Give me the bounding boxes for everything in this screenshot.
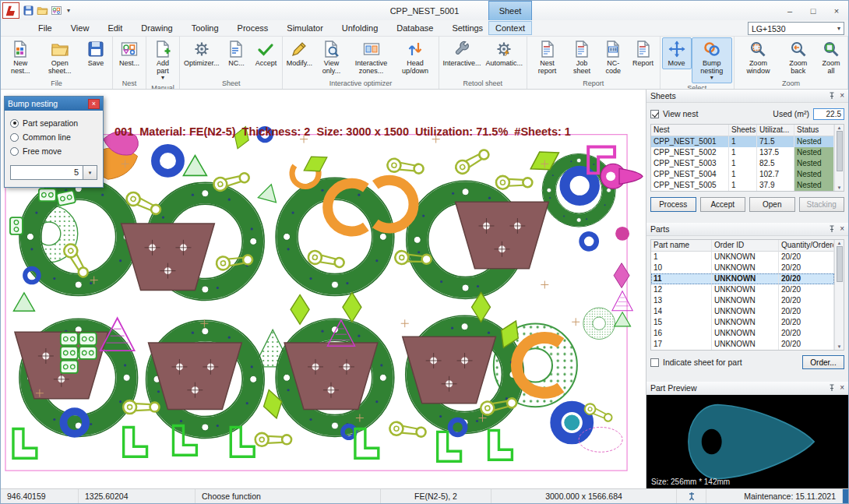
menu-item-process[interactable]: Process [228, 22, 278, 34]
part-preview-canvas[interactable]: Size: 256mm * 142mm [646, 395, 848, 488]
maximize-button[interactable]: □ [801, 1, 825, 20]
parts-scrollbar[interactable]: ▲ ▼ [834, 240, 844, 350]
ribbon-group-file: New nest... Open sheet... Save File [1, 37, 113, 89]
open-sheet-button[interactable]: Open sheet... [38, 37, 81, 77]
quick-open-icon[interactable] [37, 5, 48, 16]
modify-button[interactable]: Modify... [284, 37, 314, 69]
quick-save-icon[interactable] [23, 5, 34, 16]
quick-nest-icon[interactable] [51, 5, 62, 16]
zoom-all-button[interactable]: Zoom all [816, 37, 846, 77]
sheets-table-row[interactable]: CPP_NEST_5003 1 82.5 Nested [651, 158, 834, 169]
save-button[interactable]: Save [81, 37, 111, 69]
head-updown-button[interactable]: Head up/down [394, 37, 437, 77]
parts-table-row[interactable]: 17UNKNOWN20/20 [651, 339, 834, 350]
bump-step-input[interactable]: 5 [10, 165, 83, 180]
parts-table-row[interactable]: 16UNKNOWN20/20 [651, 328, 834, 339]
machine-status-icon [677, 489, 706, 503]
open-button[interactable]: Open [749, 197, 795, 212]
radio-free-move[interactable]: Free move [10, 144, 97, 158]
parts-panel-title: Parts [650, 224, 670, 234]
scroll-up-icon[interactable]: ▲ [837, 240, 842, 246]
parts-table-row[interactable]: 13UNKNOWN20/20 [651, 295, 834, 306]
add-part-button[interactable]: Add part▾ [148, 37, 178, 83]
pin-icon[interactable] [828, 92, 836, 100]
order-button[interactable]: Order... [802, 355, 844, 369]
view-only-button[interactable]: View only... [314, 37, 348, 77]
sheets-close-icon[interactable]: × [840, 92, 844, 100]
sheets-table: Nest Sheets Utilizat... Status CPP_NEST_… [650, 124, 844, 192]
indicate-sheet-checkbox[interactable] [650, 358, 659, 367]
menu-item-unfolding[interactable]: Unfolding [333, 22, 387, 34]
machine-selector[interactable]: LG+1530 ▾ [748, 22, 844, 35]
nest-button[interactable]: Nest... [114, 37, 144, 69]
nc-code-button[interactable]: NC-code [598, 37, 629, 77]
used-value-field[interactable]: 22.5 [813, 108, 844, 120]
menu-item-settings[interactable]: Settings [442, 22, 492, 34]
parts-table-row-selected[interactable]: 11UNKNOWN20/20 [651, 273, 834, 284]
preview-close-icon[interactable]: × [840, 384, 844, 392]
sheet-context-tab[interactable]: Sheet [488, 1, 532, 20]
cursor-y: 1325.60204 [79, 489, 196, 503]
menu-item-edit[interactable]: Edit [98, 22, 132, 34]
job-sheet-button[interactable]: Job sheet [565, 37, 598, 77]
zoom-back-button[interactable]: Zoom back [780, 37, 816, 77]
zoom-window-button[interactable]: Zoom window [736, 37, 780, 77]
bump-step-spinner[interactable]: ▾ [83, 165, 97, 180]
radio-dot-icon [10, 147, 19, 156]
quick-access-toolbar: ▾ [23, 5, 72, 16]
optimizer-button[interactable]: Optimizer... [181, 37, 222, 69]
sheets-table-row[interactable]: CPP_NEST_5004 1 102.7 Nested [651, 169, 834, 180]
menu-item-database[interactable]: Database [387, 22, 442, 34]
accept-button[interactable]: Accept [700, 197, 746, 212]
pin-icon[interactable] [828, 225, 836, 233]
accept-button-ribbon[interactable]: Accept [251, 37, 280, 69]
parts-close-icon[interactable]: × [840, 225, 844, 233]
radio-part-separation[interactable]: Part separation [10, 116, 97, 130]
quick-access-caret-icon[interactable]: ▾ [65, 7, 72, 14]
view-nest-checkbox[interactable] [650, 110, 659, 118]
sheets-scrollbar[interactable]: ▲ ▼ [834, 125, 844, 191]
retool-interactive-button[interactable]: Interactive... [441, 37, 484, 69]
scrollbar-thumb[interactable] [837, 246, 843, 282]
parts-table-row[interactable]: 12UNKNOWN20/20 [651, 284, 834, 295]
menu-item-context[interactable]: Context [488, 21, 532, 35]
retool-automatic-button[interactable]: Automatic... [484, 37, 526, 69]
parts-table-row[interactable]: 10UNKNOWN20/20 [651, 263, 834, 273]
move-button[interactable]: Move [662, 37, 692, 69]
new-nest-button[interactable]: New nest... [2, 37, 38, 77]
menu-item-drawing[interactable]: Drawing [132, 22, 181, 34]
sheets-table-row[interactable]: CPP_NEST_5005 1 37.9 Nested [651, 180, 834, 191]
bump-nesting-button[interactable]: Bump nesting▾ [692, 37, 733, 83]
auto-gear-icon [495, 40, 513, 58]
interactive-zones-button[interactable]: Interactive zones... [349, 37, 394, 77]
scroll-up-icon[interactable]: ▲ [837, 125, 842, 131]
maintenance-info: Maintenance: 15.11.2021 [706, 489, 843, 503]
check-icon [256, 40, 275, 58]
cursor-x: 946.40159 [1, 489, 79, 503]
radio-common-line[interactable]: Common line [10, 130, 97, 144]
status-message: Choose function [196, 489, 381, 503]
parts-table-row[interactable]: 14UNKNOWN20/20 [651, 306, 834, 317]
dialog-close-button[interactable]: × [88, 99, 100, 109]
sheets-table-row[interactable]: CPP_NEST_5002 1 137.5 Nested [651, 147, 834, 158]
parts-table-row[interactable]: 1UNKNOWN20/20 [651, 252, 834, 263]
menu-item-file[interactable]: File [29, 22, 62, 34]
minimize-button[interactable]: – [778, 1, 801, 20]
save-icon [86, 40, 105, 58]
nc-button[interactable]: NC... [221, 37, 251, 69]
pin-icon[interactable] [828, 384, 836, 392]
nest-report-button[interactable]: Nest report [529, 37, 565, 77]
menu-item-simulator[interactable]: Simulator [277, 22, 332, 34]
process-button[interactable]: Process [650, 197, 696, 212]
bump-dialog-titlebar[interactable]: Bump nesting × [5, 97, 103, 111]
scrollbar-thumb[interactable] [837, 131, 843, 171]
menu-item-tooling[interactable]: Tooling [182, 22, 228, 34]
report-button[interactable]: Report [629, 37, 658, 69]
close-button[interactable]: × [825, 1, 848, 20]
sheets-table-row[interactable]: CPP_NEST_5001 1 71.5 Nested [651, 136, 834, 147]
scroll-down-icon[interactable]: ▼ [837, 344, 842, 350]
scroll-down-icon[interactable]: ▼ [837, 185, 842, 191]
menu-item-view[interactable]: View [62, 22, 99, 34]
parts-table-row[interactable]: 15UNKNOWN20/20 [651, 317, 834, 328]
sheet-info-header: 001 Material: FE(N2-5) Thickness: 2 Size… [114, 125, 571, 138]
